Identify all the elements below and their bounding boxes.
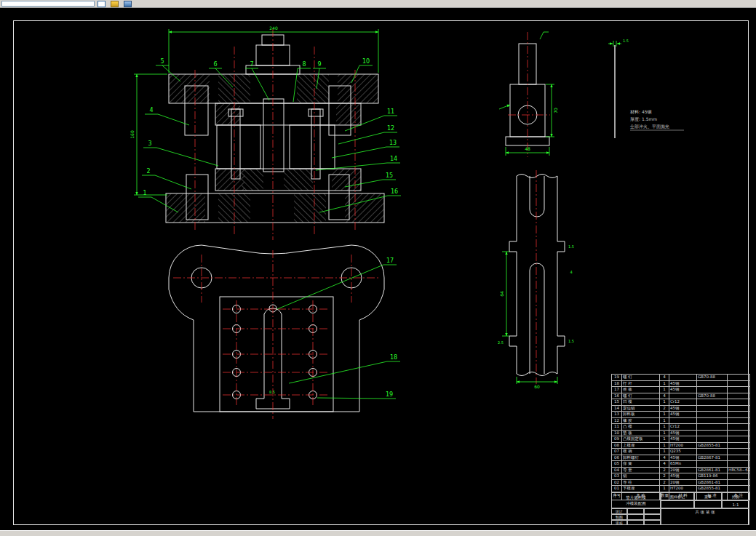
bom-qty: 1 (660, 442, 669, 449)
bom-qty: 2 (660, 473, 669, 480)
callout-label: 3 (148, 140, 151, 147)
callout-label: 15 (386, 172, 393, 179)
sign-date-cell (644, 520, 661, 525)
bom-material: 45钢 (669, 436, 697, 443)
table-row: 02导 柱220钢GB2861-81 (612, 479, 750, 486)
bom-no: 12 (612, 417, 622, 424)
bom-standard: GB2855-81 (697, 442, 728, 449)
bom-no: 04 (612, 467, 622, 473)
bom-material: 65Mn (669, 461, 697, 468)
table-row: 19螺 钉4GB70-88 (612, 375, 750, 381)
view-3d-icon[interactable] (111, 1, 119, 7)
note-line-3: 全部淬火、平面抛光 (629, 124, 669, 129)
table-row: 05弹 簧465Mn (612, 461, 750, 468)
bom-no: 09 (612, 436, 622, 443)
bom-material: 20钢 (669, 467, 697, 473)
bom-name: 凹 模 (622, 399, 660, 406)
table-row: 18打 杆145钢 (612, 380, 750, 387)
sign-label-draw: 制图 (611, 514, 627, 520)
table-row: 16螺 钉4GB70-88 (612, 393, 750, 399)
bom-no: 02 (612, 479, 622, 486)
weight-label: 重量 (694, 492, 722, 500)
callout-label: 5 (160, 58, 164, 65)
bom-name: 导 套 (622, 467, 660, 473)
bom-standard: GB2861-81 (697, 479, 728, 486)
bom-material: HT200 (669, 442, 697, 449)
bom-material (669, 375, 697, 381)
bom-qty: 1 (660, 486, 669, 492)
mark-value (661, 500, 694, 508)
bom-no: 10 (612, 430, 622, 436)
bom-no: 16 (612, 393, 622, 399)
callout-label: 16 (391, 188, 398, 195)
bom-standard: GB70-88 (697, 393, 728, 399)
dim-label: 8.5 (269, 390, 275, 394)
bom-no: 11 (612, 424, 622, 431)
bom-name: 模 柄 (622, 449, 660, 455)
bom-name: 打 杆 (622, 380, 660, 387)
callout-label: 1 (143, 190, 146, 196)
mark-label: 图样标记 (661, 492, 694, 500)
bom-standard (697, 430, 728, 436)
dim-label: 4 (570, 270, 572, 274)
open-icon[interactable] (98, 1, 106, 7)
sign-label-check: 审核 (611, 520, 627, 525)
sign-label-design: 设计 (611, 508, 627, 514)
bom-name: 螺 钉 (622, 375, 660, 381)
bom-qty: 1 (660, 412, 669, 418)
bom-qty: 4 (660, 455, 669, 461)
bom-material: HT200 (669, 486, 697, 492)
bom-material: 45钢 (669, 380, 697, 387)
file-path-box[interactable] (1, 1, 95, 7)
bom-qty: 2 (660, 479, 669, 486)
bom-standard (697, 436, 728, 443)
callout-label: 2 (146, 168, 150, 175)
bom-material (669, 417, 697, 424)
bom-standard (697, 417, 728, 424)
bom-name: 凸 模 (622, 424, 660, 431)
sign-name-cell (627, 520, 644, 525)
horizontal-scrollbar[interactable] (0, 530, 756, 536)
bom-qty: 2 (660, 467, 669, 473)
table-row: 17推 板145钢 (612, 387, 750, 393)
callout-label: 9 (317, 61, 321, 68)
print-icon[interactable] (124, 1, 132, 7)
bom-note (728, 461, 750, 468)
bom-material: Cr12 (669, 424, 697, 431)
bom-note (728, 449, 750, 455)
bom-qty: 1 (660, 436, 669, 443)
bom-name: 下模座 (622, 486, 660, 492)
bom-material: 45钢 (669, 387, 697, 393)
bom-note (728, 417, 750, 424)
bom-material: Q235 (669, 449, 697, 455)
bom-name: 导 柱 (622, 479, 660, 486)
table-row: 10垫 板145钢 (612, 430, 750, 436)
dim-label: 2.5 (498, 340, 504, 345)
sheet-count-cell: 共 张 第 张 (661, 508, 749, 525)
drawing-title-line2: 冲模装配图 (626, 500, 646, 506)
bom-note (728, 436, 750, 443)
bom-note (728, 380, 750, 387)
bom-no: 13 (612, 412, 622, 418)
callout-label: 7 (250, 61, 253, 68)
bom-qty: 1 (660, 387, 669, 393)
callout-label: 10 (362, 58, 370, 65)
bom-note (728, 442, 750, 449)
note-line-1: 材料: 45钢 (629, 109, 652, 115)
note-line-2: 厚度: 1.5mm (630, 116, 657, 122)
callout-label: 17 (386, 257, 394, 264)
bom-standard (697, 399, 728, 406)
scale-value: 1:1 (722, 500, 749, 508)
bom-material: 45钢 (669, 455, 697, 461)
callout-label: 4 (149, 107, 153, 113)
bom-qty: 4 (660, 461, 669, 468)
sign-date-cell (644, 514, 661, 520)
table-row: 14定位销245钢 (612, 405, 750, 412)
bom-qty: 1 (660, 399, 669, 406)
dim-label: 240 (269, 25, 278, 31)
bom-table: 19螺 钉4GB70-88 18打 杆145钢 17推 板145钢 16螺 钉4… (611, 374, 749, 500)
dim-label: 70 (553, 108, 558, 113)
dim-label: 64 (499, 291, 504, 297)
bom-qty: 1 (660, 449, 669, 455)
bom-name: 销 (622, 473, 660, 480)
